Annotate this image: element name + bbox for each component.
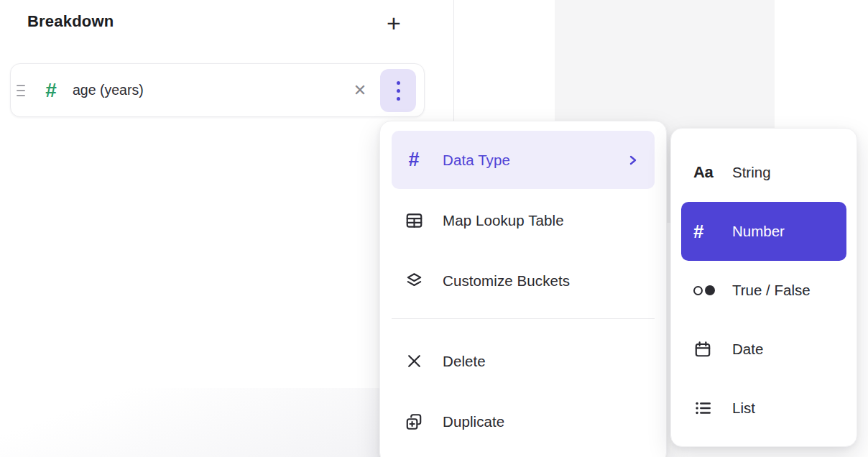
submenu-item-label: True / False: [732, 282, 811, 299]
menu-item-label: Map Lookup Table: [443, 212, 564, 229]
add-breakdown-button[interactable]: +: [380, 9, 407, 37]
remove-field-button[interactable]: ✕: [347, 78, 373, 103]
submenu-item-label: List: [732, 400, 755, 417]
page-title: Breakdown: [27, 12, 114, 31]
menu-divider: [392, 318, 655, 319]
menu-item-map-lookup-table[interactable]: Map Lookup Table: [392, 191, 655, 249]
submenu-item-true-false[interactable]: True / False: [681, 261, 846, 320]
submenu-item-list[interactable]: List: [681, 379, 846, 438]
submenu-item-number[interactable]: # Number: [681, 202, 846, 261]
field-context-menu: # Data Type Map Lookup Table: [379, 121, 667, 457]
submenu-item-label: Number: [732, 223, 785, 240]
menu-item-customize-buckets[interactable]: Customize Buckets: [392, 251, 655, 310]
list-icon: [693, 399, 718, 417]
number-type-icon: #: [40, 64, 63, 116]
hash-icon: #: [408, 150, 419, 170]
menu-item-duplicate[interactable]: Duplicate: [392, 392, 655, 451]
field-options-button[interactable]: [380, 69, 416, 112]
menu-item-delete[interactable]: Delete: [392, 332, 655, 390]
boolean-icon: [693, 285, 718, 295]
menu-item-data-type[interactable]: # Data Type: [392, 131, 655, 189]
duplicate-icon: [404, 412, 424, 431]
submenu-item-label: Date: [732, 341, 763, 358]
chevron-right-icon: [627, 154, 639, 167]
menu-item-label: Customize Buckets: [443, 272, 570, 290]
data-type-submenu: Aa String # Number True / False Date: [670, 128, 857, 447]
calendar-icon: [693, 340, 718, 359]
menu-item-label: Delete: [443, 353, 486, 370]
submenu-item-date[interactable]: Date: [681, 320, 846, 379]
breakdown-panel-page: Breakdown + # age (years) ✕ # Data Type: [0, 0, 868, 457]
breakdown-field-card: # age (years) ✕: [10, 63, 425, 117]
table-icon: [404, 211, 424, 230]
close-icon: ✕: [354, 81, 366, 100]
hash-icon: #: [693, 222, 703, 241]
field-name-label: age (years): [73, 64, 144, 116]
x-icon: [404, 352, 424, 370]
stack-icon: [404, 272, 424, 290]
text-icon: Aa: [693, 163, 713, 182]
submenu-item-label: String: [732, 164, 771, 181]
kebab-icon: [397, 81, 400, 85]
submenu-item-string[interactable]: Aa String: [681, 143, 846, 202]
menu-item-label: Data Type: [443, 152, 510, 169]
drag-handle-icon[interactable]: [17, 85, 27, 96]
plus-icon: +: [387, 11, 401, 35]
menu-item-label: Duplicate: [443, 413, 504, 430]
